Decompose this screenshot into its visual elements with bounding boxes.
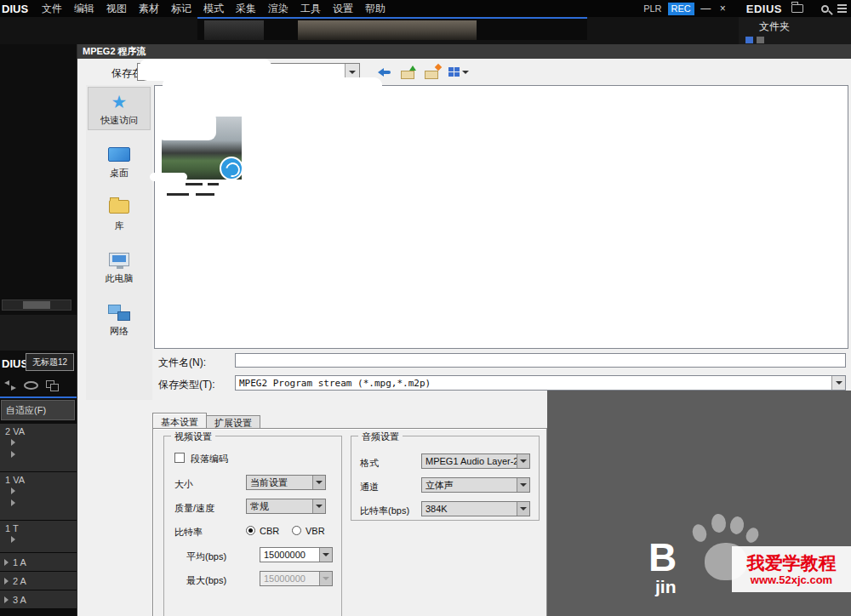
panel-view-icons[interactable] — [745, 37, 764, 43]
menubar-right: PLR REC — × EDIUS — [643, 3, 851, 15]
track-row[interactable]: 1 T — [0, 521, 77, 553]
chevron-down-icon[interactable] — [517, 502, 529, 516]
fit-to-window-button[interactable]: 自适应(F) — [1, 400, 75, 420]
place-network[interactable]: 网络 — [89, 299, 150, 340]
edius-app-window: DIUS 文件 编辑 视图 素材 标记 模式 采集 渲染 工具 设置 帮助 PL… — [0, 0, 851, 616]
expand-arrow-icon — [11, 499, 15, 506]
audio-bitrate-dropdown[interactable]: 384K — [421, 501, 530, 516]
dialog-titlebar[interactable]: MPEG2 程序流 — [77, 44, 851, 59]
menu-item-view[interactable]: 视图 — [106, 2, 127, 16]
group-clips-icon[interactable] — [46, 380, 58, 391]
menu-item-help[interactable]: 帮助 — [365, 2, 386, 16]
audio-channel-dropdown[interactable]: 立体声 — [421, 477, 530, 493]
tab-basic-settings[interactable]: 基本设置 — [152, 413, 207, 429]
quality-dropdown[interactable]: 常规 — [246, 499, 326, 514]
sync-overlay-icon — [220, 157, 243, 180]
menu-item-file[interactable]: 文件 — [42, 2, 62, 16]
channel-label: 通道 — [360, 481, 379, 493]
audio-bitrate-label: 比特率(bps) — [360, 505, 409, 517]
track-expand-row[interactable] — [0, 485, 77, 497]
track-expand-row[interactable] — [0, 497, 77, 509]
chevron-down-icon[interactable] — [517, 478, 529, 492]
max-bps-label: 最大(bps) — [186, 574, 226, 587]
search-icon[interactable] — [821, 5, 829, 13]
track-header-list: 2 VA 1 VA 1 T 1 A 2 A — [0, 424, 77, 609]
place-libraries[interactable]: 库 — [89, 193, 150, 235]
up-one-level-button[interactable] — [401, 66, 416, 79]
file-list[interactable] — [154, 85, 848, 349]
timeline-tools — [4, 379, 58, 391]
app-logo: DIUS — [0, 3, 28, 15]
track-row[interactable]: 1 A — [0, 553, 77, 572]
place-desktop[interactable]: 桌面 — [89, 140, 150, 182]
segment-encode-checkbox[interactable] — [174, 453, 185, 463]
place-this-pc[interactable]: 此电脑 — [89, 246, 150, 288]
tab-extended-settings[interactable]: 扩展设置 — [206, 415, 260, 429]
chevron-down-icon[interactable] — [517, 454, 529, 468]
menu-item-settings[interactable]: 设置 — [333, 2, 353, 16]
sequence-tab[interactable]: 无标题12 — [26, 353, 74, 371]
timeline-divider — [0, 396, 77, 398]
cbr-radio[interactable] — [246, 526, 255, 535]
quality-label: 质量/速度 — [174, 502, 214, 515]
track-row[interactable]: 1 VA — [0, 472, 77, 521]
folder-icon[interactable] — [791, 4, 803, 13]
menu-item-marker[interactable]: 标记 — [171, 2, 191, 16]
desktop-icon — [108, 147, 130, 162]
expand-arrow-icon — [11, 439, 15, 446]
dialog-title: MPEG2 程序流 — [83, 45, 146, 58]
preview-strip — [197, 17, 587, 40]
chevron-down-icon[interactable] — [319, 548, 332, 562]
track-expand-row[interactable] — [0, 436, 77, 448]
expand-arrow-icon — [4, 559, 9, 566]
track-row[interactable]: 3 A — [0, 590, 77, 609]
vbr-radio[interactable] — [292, 526, 301, 535]
format-label: 格式 — [360, 457, 379, 470]
track-expand-row[interactable] — [0, 533, 77, 545]
view-menu-button[interactable] — [448, 67, 469, 77]
star-icon: ★ — [111, 93, 128, 111]
plr-label: PLR — [643, 3, 661, 14]
censor-blob — [163, 77, 382, 99]
horizontal-scrollbar[interactable] — [2, 299, 71, 311]
menu-item-edit[interactable]: 编辑 — [74, 2, 94, 16]
track-expand-row[interactable] — [0, 448, 77, 460]
folder-tab[interactable]: 文件夹 — [759, 20, 790, 34]
average-bps-dropdown[interactable]: 15000000 — [260, 547, 333, 562]
menu-item-capture[interactable]: 采集 — [236, 2, 256, 16]
size-dropdown[interactable]: 当前设置 — [246, 475, 326, 490]
hamburger-menu-icon[interactable] — [837, 4, 847, 13]
scrollbar-thumb[interactable] — [23, 301, 50, 309]
chevron-down-icon[interactable] — [312, 499, 325, 513]
menu-item-clip[interactable]: 素材 — [139, 2, 159, 16]
filename-input[interactable] — [235, 353, 846, 368]
chevron-down-icon — [349, 71, 356, 74]
chevron-down-icon[interactable] — [312, 476, 325, 489]
track-row[interactable]: 2 A — [0, 572, 77, 590]
new-folder-button[interactable] — [425, 66, 440, 79]
preview-image-2 — [204, 20, 264, 40]
rec-button[interactable]: REC — [668, 3, 694, 15]
track-row[interactable]: 2 VA — [0, 424, 77, 472]
ripple-mode-icon[interactable] — [4, 380, 16, 391]
filetype-label: 保存类型(T): — [158, 378, 215, 392]
computer-icon — [109, 253, 129, 266]
loop-icon[interactable] — [24, 381, 38, 390]
size-label: 大小 — [174, 478, 193, 491]
timeline-toolbar-strip — [0, 315, 77, 351]
menu-item-tools[interactable]: 工具 — [300, 2, 321, 16]
filetype-combobox[interactable]: MPEG2 Program stream (*.mpg,*.m2p) — [235, 375, 846, 391]
audio-format-dropdown[interactable]: MPEG1 Audio Layer-2 — [421, 453, 530, 469]
menu-item-render[interactable]: 渲染 — [268, 2, 288, 16]
close-button[interactable]: × — [717, 3, 728, 14]
back-button[interactable] — [377, 66, 392, 79]
censor-blob — [157, 111, 216, 140]
expand-arrow-icon — [11, 451, 15, 458]
chevron-down-icon — [836, 381, 842, 385]
combobox-dropdown-button[interactable] — [831, 376, 845, 390]
right-panel-header: 文件夹 — [739, 17, 851, 44]
place-quick-access[interactable]: ★ 快速访问 — [89, 88, 150, 129]
minimize-button[interactable]: — — [700, 3, 711, 14]
menu-item-mode[interactable]: 模式 — [203, 2, 224, 16]
censor-blob — [225, 185, 274, 196]
